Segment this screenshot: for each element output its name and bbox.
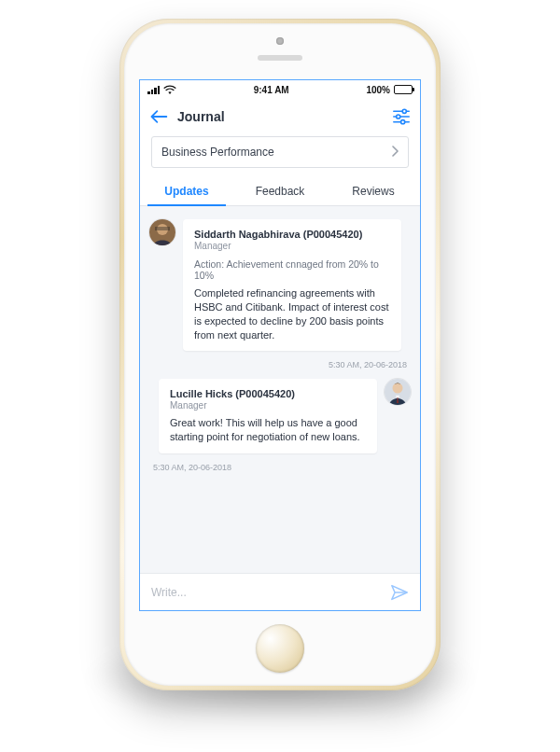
svg-point-10	[393, 383, 403, 394]
signal-icon	[147, 86, 160, 94]
status-bar: 9:41 AM 100%	[140, 80, 420, 99]
svg-point-3	[397, 115, 400, 118]
battery-icon	[394, 85, 413, 94]
category-label: Business Performance	[161, 146, 385, 159]
message-body: Completed refinancing agreements with HS…	[194, 286, 390, 341]
composer	[140, 573, 420, 610]
message-action: Action: Achievement cnnaged from 20% to …	[194, 258, 390, 281]
message-author: Siddarth Nagabhirava (P00045420)	[194, 229, 390, 240]
screen: 9:41 AM 100% Journal	[139, 79, 421, 611]
message-body: Great work! This will help us have a goo…	[170, 416, 366, 444]
speaker	[258, 55, 302, 61]
message-item: Siddarth Nagabhirava (P00045420) Manager…	[149, 219, 411, 351]
feed: Siddarth Nagabhirava (P00045420) Manager…	[140, 206, 420, 573]
message-role: Manager	[170, 400, 366, 411]
message-item: Lucille Hicks (P00045420) Manager Great …	[149, 379, 411, 453]
phone-bezel: 9:41 AM 100% Journal	[124, 23, 436, 686]
avatar	[385, 379, 411, 405]
tabs: Updates Feedback Reviews	[140, 175, 420, 206]
message-role: Manager	[194, 241, 390, 251]
svg-rect-8	[155, 227, 170, 230]
battery-percent: 100%	[366, 85, 390, 95]
tab-feedback[interactable]: Feedback	[233, 175, 327, 205]
avatar	[149, 219, 175, 245]
home-button[interactable]	[256, 624, 304, 673]
wifi-icon	[163, 85, 176, 94]
svg-point-5	[401, 120, 405, 124]
message-timestamp: 5:30 AM, 20-06-2018	[149, 463, 411, 472]
tab-reviews[interactable]: Reviews	[327, 175, 420, 205]
category-selector[interactable]: Business Performance	[151, 136, 409, 168]
message-author: Lucille Hicks (P00045420)	[170, 388, 366, 399]
message-timestamp: 5:30 AM, 20-06-2018	[149, 360, 411, 369]
chevron-right-icon	[391, 146, 399, 160]
status-time: 9:41 AM	[254, 85, 289, 95]
composer-input[interactable]	[151, 586, 381, 599]
back-arrow-icon[interactable]	[149, 109, 168, 124]
page-title: Journal	[177, 109, 383, 124]
phone-frame: 9:41 AM 100% Journal	[119, 19, 441, 690]
app-header: Journal	[140, 99, 420, 134]
svg-point-1	[402, 109, 406, 113]
tab-updates[interactable]: Updates	[140, 175, 233, 205]
front-camera	[276, 37, 284, 45]
send-icon[interactable]	[390, 584, 409, 601]
message-bubble: Lucille Hicks (P00045420) Manager Great …	[159, 379, 377, 453]
message-bubble: Siddarth Nagabhirava (P00045420) Manager…	[183, 219, 401, 351]
filter-icon[interactable]	[392, 108, 411, 125]
